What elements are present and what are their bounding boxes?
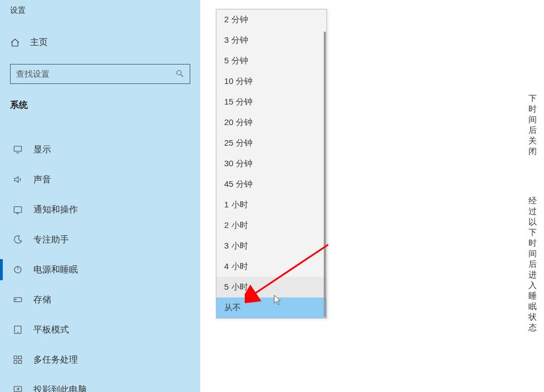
dropdown-option[interactable]: 15 分钟 [216, 92, 327, 112]
sidebar-item-label: 显示 [33, 144, 51, 156]
sidebar-item-project[interactable]: 投影到此电脑 [0, 375, 200, 392]
sidebar-item-tablet[interactable]: 平板模式 [0, 315, 200, 345]
dropdown-option[interactable]: 20 分钟 [216, 112, 327, 133]
svg-rect-4 [14, 207, 22, 213]
dropdown-option[interactable]: 3 分钟 [216, 30, 327, 51]
home-icon [10, 38, 20, 48]
sidebar-item-storage[interactable]: 存储 [0, 285, 200, 315]
search-icon [175, 69, 184, 80]
sidebar-item-label: 多任务处理 [33, 354, 78, 366]
sleep-hint: 经过以下时间后进入睡眠状态 [528, 196, 544, 333]
dropdown-option[interactable]: 1 小时 [216, 195, 327, 215]
dropdown-option[interactable]: 25 分钟 [216, 133, 327, 153]
multitask-icon [12, 355, 23, 365]
sidebar-item-sound[interactable]: 声音 [0, 165, 200, 195]
sidebar-item-label: 平板模式 [33, 324, 69, 336]
svg-line-1 [181, 75, 183, 77]
dropdown-option[interactable]: 30 分钟 [216, 153, 327, 174]
svg-rect-2 [14, 146, 22, 151]
project-icon [12, 385, 23, 392]
dropdown-option[interactable]: 5 分钟 [216, 51, 327, 71]
svg-rect-11 [14, 356, 17, 359]
sidebar-item-multitask[interactable]: 多任务处理 [0, 345, 200, 375]
home-nav[interactable]: 主页 [0, 16, 200, 48]
svg-rect-14 [19, 361, 22, 364]
sidebar-item-label: 电源和睡眠 [33, 264, 78, 276]
dropdown-option[interactable]: 45 分钟 [216, 174, 327, 195]
sidebar-item-label: 投影到此电脑 [33, 384, 87, 393]
svg-point-0 [177, 70, 181, 75]
storage-icon [12, 295, 23, 305]
dropdown-option[interactable]: 3 小时 [216, 236, 327, 256]
svg-rect-13 [14, 361, 17, 364]
sidebar-item-label: 专注助手 [33, 234, 69, 246]
window-title: 设置 [0, 0, 200, 16]
sidebar-item-label: 存储 [33, 294, 51, 306]
sidebar-item-label: 通知和操作 [33, 204, 78, 216]
sidebar-item-display[interactable]: 显示 [0, 135, 200, 165]
notification-icon [12, 205, 23, 215]
search-input[interactable]: 查找设置 [10, 64, 190, 84]
dropdown-option[interactable]: 2 小时 [216, 215, 327, 236]
sidebar-item-label: 声音 [33, 174, 51, 186]
home-label: 主页 [30, 37, 48, 48]
svg-rect-12 [19, 356, 22, 359]
dropdown-option[interactable]: 从不 [216, 297, 327, 318]
nav-list: 显示声音通知和操作专注助手电源和睡眠存储平板模式多任务处理投影到此电脑 [0, 135, 200, 392]
screen-off-hint: 下时间后关闭 [528, 93, 544, 157]
svg-point-8 [16, 299, 17, 300]
dropdown-option[interactable]: 4 小时 [216, 256, 327, 277]
sidebar-item-notification[interactable]: 通知和操作 [0, 195, 200, 225]
section-label: 系统 [0, 84, 200, 111]
dropdown-option[interactable]: 2 分钟 [216, 9, 327, 30]
dropdown-scrollbar[interactable] [324, 32, 326, 317]
power-icon [12, 265, 23, 275]
moon-icon [12, 235, 23, 245]
sidebar-item-moon[interactable]: 专注助手 [0, 225, 200, 255]
settings-sidebar: 设置 主页 查找设置 系统 显示声音通知和操作专注助手电源和睡眠存储平板模式多任… [0, 0, 200, 392]
dropdown-option[interactable]: 5 小时 [216, 277, 327, 297]
time-dropdown[interactable]: 2 分钟3 分钟5 分钟10 分钟15 分钟20 分钟25 分钟30 分钟45 … [216, 9, 327, 319]
sidebar-item-power[interactable]: 电源和睡眠 [0, 255, 200, 285]
sound-icon [12, 175, 23, 185]
display-icon [12, 145, 23, 155]
dropdown-option[interactable]: 10 分钟 [216, 71, 327, 92]
search-placeholder: 查找设置 [16, 69, 50, 80]
tablet-icon [12, 325, 23, 335]
